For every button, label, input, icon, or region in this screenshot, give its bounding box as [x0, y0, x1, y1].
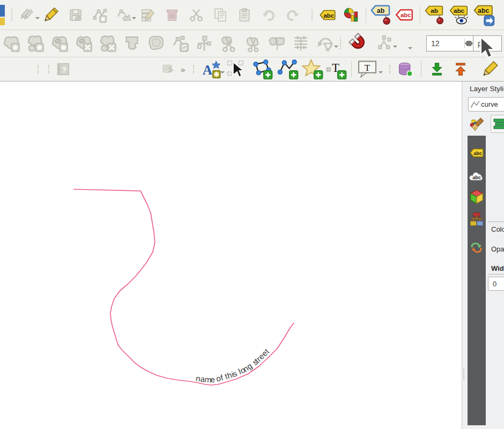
- layer-labeling-options-button[interactable]: abc: [318, 4, 337, 26]
- database-icon: [397, 61, 413, 77]
- toolbar-grip[interactable]: [389, 65, 392, 73]
- redo-button[interactable]: [284, 4, 302, 26]
- tracing-button[interactable]: [374, 33, 394, 54]
- chevron-down-icon[interactable]: [408, 47, 412, 51]
- vertex-tool-button[interactable]: [115, 4, 133, 26]
- polygon-annotation-icon: [251, 59, 273, 79]
- show-hide-labels-button[interactable]: abc: [448, 3, 470, 27]
- map-canvas[interactable]: name of this long street: [0, 82, 462, 429]
- spin-down-button[interactable]: [465, 43, 473, 48]
- modify-attributes-button[interactable]: [139, 4, 157, 26]
- rotate-feature-button[interactable]: [315, 33, 335, 54]
- symbol-list-button[interactable]: [491, 115, 504, 133]
- width-value-field[interactable]: 0: [488, 277, 504, 291]
- move-label-button[interactable]: ab: [424, 3, 445, 27]
- copy-features-button[interactable]: [211, 4, 229, 26]
- fill-ring-button[interactable]: [49, 33, 70, 54]
- chevron-down-icon: [334, 46, 338, 50]
- map-tips-button[interactable]: [160, 60, 176, 78]
- tab-callouts[interactable]: abc: [468, 168, 486, 186]
- svg-text:A: A: [203, 62, 213, 77]
- text-annotation-button[interactable]: T: [325, 58, 347, 80]
- add-part-icon: [26, 34, 45, 53]
- toggle-editing-button[interactable]: [42, 4, 61, 26]
- help-contents-button[interactable]: ?: [55, 60, 71, 78]
- vertex-tool-all-layers-button[interactable]: [91, 4, 109, 26]
- tab-diagrams[interactable]: [468, 211, 486, 229]
- offset-curve-button[interactable]: [146, 33, 166, 54]
- split-features-button[interactable]: [218, 33, 239, 54]
- svg-text:abc: abc: [473, 151, 482, 156]
- change-label-properties-button[interactable]: abc: [472, 3, 496, 27]
- help-icon: ?: [56, 62, 71, 77]
- cut-features-button[interactable]: [187, 4, 205, 26]
- merge-features-button[interactable]: [266, 33, 287, 54]
- multiedit-icon: [140, 7, 156, 23]
- upload-layer-button[interactable]: [453, 60, 469, 78]
- undo-button[interactable]: [260, 4, 278, 26]
- layer-styling-panel: Layer Styling curve: [462, 82, 504, 429]
- paste-features-button[interactable]: [235, 4, 254, 26]
- edit-pencil-button[interactable]: [481, 59, 500, 79]
- marker-annotation-button[interactable]: [302, 58, 323, 80]
- svg-text:?: ?: [62, 65, 66, 74]
- spinner-buttons[interactable]: [464, 39, 473, 48]
- svg-text:abc: abc: [478, 7, 489, 14]
- trim-extend-button[interactable]: [194, 33, 214, 54]
- offline-editing-button[interactable]: [397, 60, 413, 78]
- clipped-icon: [0, 5, 5, 25]
- chevron-down-icon: [132, 17, 136, 21]
- tab-labels[interactable]: abc: [468, 144, 486, 162]
- split-parts-button[interactable]: [242, 33, 263, 54]
- save-edits-button[interactable]: [66, 4, 85, 26]
- toolbar-overflow-button[interactable]: »: [181, 65, 185, 74]
- trash-icon: [164, 7, 180, 23]
- svg-text:ab: ab: [431, 7, 438, 14]
- select-cursor-icon: [226, 60, 244, 79]
- split-features-icon: [219, 34, 238, 53]
- delete-selected-button[interactable]: [163, 4, 181, 26]
- enable-snapping-button[interactable]: [347, 31, 372, 56]
- vertex-edit-icon: [171, 34, 190, 53]
- toolbar-grip[interactable]: [340, 38, 343, 49]
- snapping-tolerance-input[interactable]: [427, 39, 464, 48]
- snapping-tolerance-spinbox[interactable]: [426, 35, 473, 51]
- delete-part-button[interactable]: [98, 33, 118, 54]
- highlight-pinned-labels-button[interactable]: abc: [394, 4, 414, 26]
- toggle-editing-pencil-icon: [43, 6, 60, 24]
- reshape-features-button[interactable]: [122, 33, 142, 54]
- toolbar-separator: [366, 7, 366, 23]
- spin-up-button[interactable]: [465, 39, 473, 43]
- vertex-tool-settings-button[interactable]: [170, 33, 190, 54]
- polygon-annotation-button[interactable]: [251, 58, 273, 80]
- balloon-annotation-button[interactable]: T: [355, 58, 380, 80]
- tab-symbology[interactable]: [467, 115, 488, 135]
- show-hide-labels-icon: abc: [448, 4, 470, 26]
- toolbar-advanced-digitizing: px: [0, 30, 504, 57]
- modify-annotations-button[interactable]: [226, 58, 245, 80]
- layer-diagram-options-button[interactable]: [342, 4, 360, 26]
- merge-attributes-button[interactable]: [291, 33, 311, 54]
- toolbar-grip[interactable]: [48, 65, 51, 73]
- delete-ring-button[interactable]: [73, 33, 94, 54]
- paintbrush-icon: [469, 117, 486, 133]
- panel-splitter-grip[interactable]: [463, 368, 466, 380]
- pin-unpin-labels-button[interactable]: ab: [369, 3, 392, 27]
- toolbar-grip[interactable]: [38, 65, 41, 73]
- layer-select-combo[interactable]: curve: [468, 97, 504, 112]
- tab-history[interactable]: [468, 239, 486, 257]
- toolbar-grip[interactable]: [11, 9, 14, 21]
- add-ring-icon: [2, 34, 21, 53]
- text-annotation-style-button[interactable]: A: [200, 58, 221, 80]
- add-part-button[interactable]: [25, 33, 46, 54]
- merge-attributes-icon: [291, 34, 310, 53]
- current-edits-button[interactable]: [18, 4, 36, 26]
- toolbar-grip[interactable]: [312, 9, 315, 21]
- line-annotation-button[interactable]: [277, 58, 299, 80]
- highlight-pinned-icon: abc: [395, 8, 413, 22]
- download-layer-button[interactable]: [429, 60, 445, 78]
- vertex-tool-current-layer-icon: [116, 7, 132, 23]
- add-ring-button[interactable]: [1, 33, 21, 54]
- toolbar-grip[interactable]: [193, 65, 196, 73]
- tab-3d-view[interactable]: [468, 188, 486, 206]
